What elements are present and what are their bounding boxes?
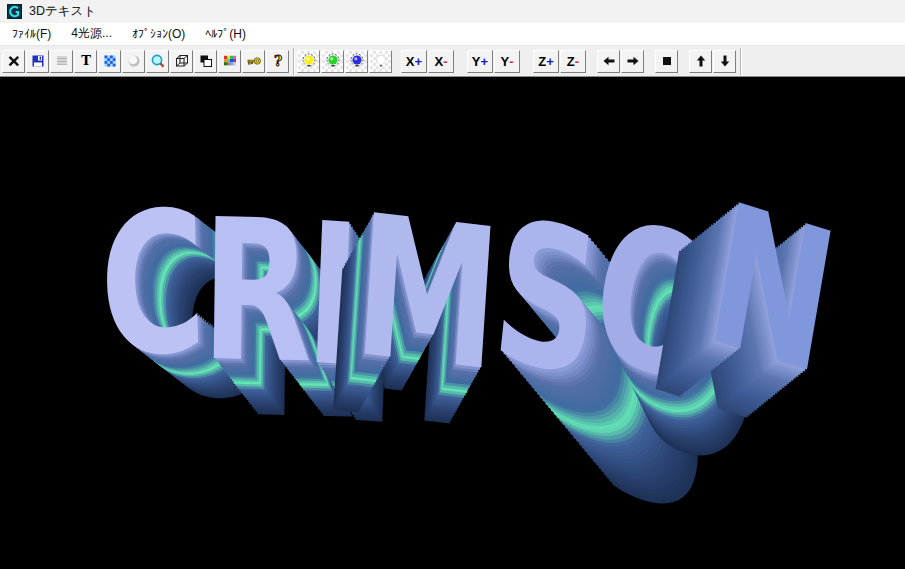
key-icon <box>246 53 262 69</box>
copy-icon <box>198 53 214 69</box>
arrow-left-icon <box>601 53 617 69</box>
letter-C: C <box>97 171 209 400</box>
toolbar-separator <box>293 48 294 75</box>
rotate-z-plus-button[interactable]: Z+ <box>533 50 559 73</box>
toolbar: T <box>0 46 905 77</box>
menu-bar: ﾌｧｲﾙ(F) 4光源... ｵﾌﾟｼｮﾝ(O) ﾍﾙﾌﾟ(H) <box>0 23 905 46</box>
close-icon <box>6 53 22 69</box>
sphere-button[interactable] <box>122 50 145 73</box>
palette-icon <box>222 53 238 69</box>
light-white-button[interactable] <box>369 50 392 73</box>
toolbar-separator <box>740 48 741 75</box>
rotate-y-plus-button[interactable]: Y+ <box>467 50 493 73</box>
letter-M: M <box>348 174 506 414</box>
window-title: 3Dテキスト <box>29 3 96 20</box>
palette-button[interactable] <box>218 50 241 73</box>
menu-help[interactable]: ﾍﾙﾌﾟ(H) <box>195 24 256 45</box>
rotate-x-minus-button[interactable]: X- <box>428 50 454 73</box>
box-3d-button[interactable] <box>170 50 193 73</box>
app-window: 3Dテキスト ﾌｧｲﾙ(F) 4光源... ｵﾌﾟｼｮﾝ(O) ﾍﾙﾌﾟ(H) <box>0 0 905 569</box>
close-button[interactable] <box>2 50 25 73</box>
bulb-icon <box>325 53 341 69</box>
bulb-icon <box>373 53 389 69</box>
help-icon: ? <box>270 53 286 69</box>
copy-button[interactable] <box>194 50 217 73</box>
stop-button[interactable] <box>655 50 678 73</box>
sphere-icon <box>126 53 142 69</box>
text-button[interactable]: T <box>74 50 97 73</box>
help-button[interactable]: ? <box>266 50 289 73</box>
svg-text:?: ? <box>273 53 281 69</box>
render-canvas[interactable]: CRIMSON <box>0 77 905 569</box>
light-blue-button[interactable] <box>345 50 368 73</box>
dither-grid-icon <box>54 53 70 69</box>
menu-file[interactable]: ﾌｧｲﾙ(F) <box>2 24 61 45</box>
zoom-icon <box>150 53 166 69</box>
arrow-right-icon <box>625 53 641 69</box>
dither-button[interactable] <box>50 50 73 73</box>
rotate-x-plus-button[interactable]: X+ <box>401 50 427 73</box>
up-button[interactable] <box>689 50 712 73</box>
save-icon <box>30 53 46 69</box>
save-button[interactable] <box>26 50 49 73</box>
menu-light-sources[interactable]: 4光源... <box>61 22 122 46</box>
box-3d-icon <box>174 53 190 69</box>
back-button[interactable] <box>597 50 620 73</box>
letter-N: N <box>695 162 850 417</box>
bulb-icon <box>301 53 317 69</box>
stop-icon <box>663 57 671 65</box>
key-button[interactable] <box>242 50 265 73</box>
zoom-button[interactable] <box>146 50 169 73</box>
svg-text:T: T <box>81 53 91 68</box>
3d-text: CRIMSON <box>100 173 834 397</box>
arrow-up-icon <box>693 53 709 69</box>
letter-R: R <box>200 179 314 406</box>
rotate-z-minus-button[interactable]: Z- <box>560 50 586 73</box>
rotate-y-minus-button[interactable]: Y- <box>494 50 520 73</box>
light-green-button[interactable] <box>321 50 344 73</box>
forward-button[interactable] <box>621 50 644 73</box>
down-button[interactable] <box>713 50 736 73</box>
title-bar: 3Dテキスト <box>0 0 905 23</box>
app-icon[interactable] <box>7 4 22 19</box>
menu-options[interactable]: ｵﾌﾟｼｮﾝ(O) <box>122 24 195 45</box>
light-yellow-button[interactable] <box>297 50 320 73</box>
bulb-icon <box>349 53 365 69</box>
texture-icon <box>102 53 118 69</box>
texture-button[interactable] <box>98 50 121 73</box>
text-icon: T <box>78 53 94 69</box>
arrow-down-icon <box>717 53 733 69</box>
